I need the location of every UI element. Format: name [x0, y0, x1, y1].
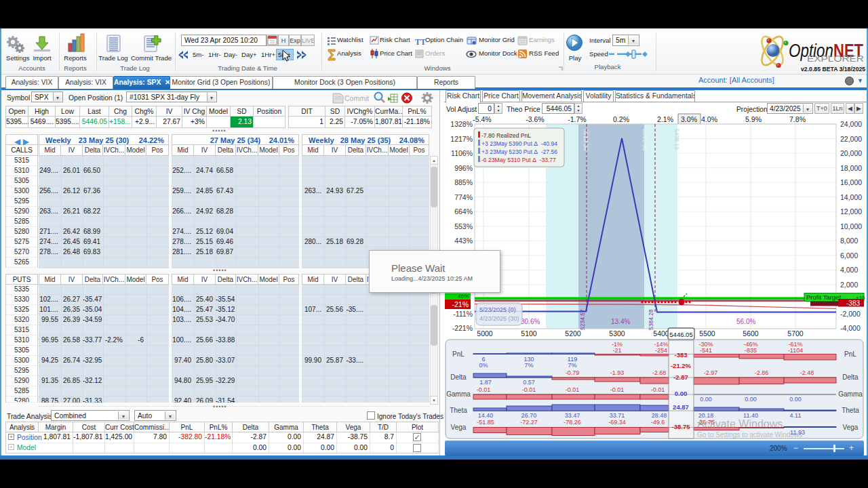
svg-text:443%: 443% — [454, 237, 473, 245]
svg-text:996%: 996% — [454, 164, 473, 172]
svg-text:PnL: PnL — [452, 350, 465, 358]
svg-text:-5.4%: -5.4% — [473, 115, 491, 123]
svg-text:7.8%: 7.8% — [789, 115, 806, 123]
svg-text:33.47: 33.47 — [565, 412, 580, 419]
svg-text:774%: 774% — [454, 193, 473, 201]
svg-text:5213.54: 5213.54 — [583, 129, 589, 151]
svg-text:14,000: 14,000 — [840, 193, 862, 201]
svg-text:5200: 5200 — [565, 329, 581, 338]
svg-text:0.00: 0.00 — [789, 396, 802, 403]
svg-text:5.9%: 5.9% — [745, 115, 762, 123]
svg-text:-1.93: -1.93 — [610, 369, 625, 376]
svg-text:12,000: 12,000 — [840, 207, 862, 216]
svg-text:5000: 5000 — [477, 329, 493, 338]
svg-text:-7.80 Realized PnL: -7.80 Realized PnL — [481, 132, 531, 139]
svg-text:56.0%: 56.0% — [736, 318, 755, 325]
svg-text:26.70: 26.70 — [521, 412, 537, 419]
svg-text:-2,000: -2,000 — [840, 310, 861, 318]
svg-text:46%: 46% — [458, 293, 469, 300]
svg-text:-1.7%: -1.7% — [568, 115, 586, 123]
svg-text:Theta: Theta — [842, 407, 859, 414]
svg-text:-0.01: -0.01 — [566, 386, 580, 393]
svg-text:-21%: -21% — [452, 300, 469, 308]
svg-text:7%: 7% — [568, 362, 576, 369]
svg-text:-6 23May 5310 Put Δ -33.77: -6 23May 5310 Put Δ -33.77 — [481, 157, 556, 163]
svg-text:16,000: 16,000 — [840, 178, 862, 186]
svg-text:-2.86: -2.86 — [755, 369, 769, 376]
svg-text:24.87: 24.87 — [673, 403, 689, 411]
svg-text:-0.01: -0.01 — [610, 386, 625, 393]
svg-text:-69.34: -69.34 — [608, 419, 626, 426]
svg-text:13.4%: 13.4% — [611, 318, 630, 325]
svg-text:5361.98: 5361.98 — [642, 129, 648, 151]
svg-text:-72.27: -72.27 — [520, 419, 538, 426]
svg-text:28.48: 28.48 — [652, 412, 667, 419]
svg-text:4.0%: 4.0% — [701, 115, 717, 123]
svg-text:5438.19: 5438.19 — [673, 129, 680, 150]
svg-text:22,000: 22,000 — [840, 135, 862, 143]
svg-text:0%: 0% — [479, 362, 488, 369]
svg-text:664%: 664% — [454, 207, 473, 216]
svg-text:-541: -541 — [700, 347, 712, 354]
svg-text:0.00: 0.00 — [700, 396, 712, 403]
svg-text:5100: 5100 — [521, 329, 537, 338]
svg-text:Gamma: Gamma — [838, 390, 863, 398]
svg-text:10,000: 10,000 — [840, 222, 862, 230]
svg-text:5500: 5500 — [699, 329, 715, 338]
svg-text:5700: 5700 — [787, 329, 804, 338]
svg-text:5234.57: 5234.57 — [579, 309, 586, 330]
svg-text:Delta: Delta — [842, 373, 859, 381]
svg-text:+3 23May 5230 Put Δ -27.56: +3 23May 5230 Put Δ -27.56 — [481, 148, 557, 155]
svg-text:-111%: -111% — [453, 310, 473, 318]
svg-text:5400: 5400 — [653, 329, 669, 338]
svg-text:-0.01: -0.01 — [651, 386, 665, 393]
svg-text:Delta: Delta — [450, 373, 467, 381]
svg-text:-835: -835 — [745, 347, 757, 354]
svg-text:-254: -254 — [655, 347, 667, 354]
svg-text:20,000: 20,000 — [840, 149, 862, 157]
svg-text:5300: 5300 — [609, 329, 625, 338]
svg-text:EXPLORER: EXPLORER — [807, 54, 864, 64]
svg-text:1.87: 1.87 — [479, 379, 492, 386]
svg-text:-1104: -1104 — [788, 347, 803, 354]
svg-text:2,000: 2,000 — [840, 281, 858, 289]
svg-text:885%: 885% — [454, 178, 473, 186]
svg-text:-0.01: -0.01 — [522, 386, 536, 393]
svg-text:3.0%: 3.0% — [681, 115, 697, 123]
svg-text:8,000: 8,000 — [840, 237, 858, 245]
svg-text:0.00: 0.00 — [745, 396, 757, 403]
svg-text:-49.6: -49.6 — [651, 419, 665, 426]
svg-text:1106%: 1106% — [451, 149, 473, 157]
svg-text:Theta: Theta — [450, 407, 467, 414]
svg-text:0.00: 0.00 — [675, 390, 688, 397]
svg-text:0.2%: 0.2% — [613, 115, 629, 123]
svg-text:4.11: 4.11 — [790, 412, 802, 419]
svg-text:-51.85: -51.85 — [477, 419, 494, 426]
svg-text:-383: -383 — [846, 300, 860, 307]
svg-text:-4,000: -4,000 — [840, 324, 861, 332]
svg-text:30.6%: 30.6% — [521, 318, 540, 325]
svg-text:5600: 5600 — [743, 329, 759, 338]
svg-text:18,000: 18,000 — [840, 164, 862, 172]
svg-text:-2.97: -2.97 — [704, 369, 718, 376]
svg-text:PnL: PnL — [844, 350, 856, 358]
svg-text:-38.75: -38.75 — [672, 423, 691, 430]
svg-text:Gamma: Gamma — [446, 390, 471, 398]
svg-text:24,000: 24,000 — [840, 120, 862, 128]
svg-text:+3 23May 5390 Put Δ -40.94: +3 23May 5390 Put Δ -40.94 — [481, 140, 557, 147]
svg-text:-3.6%: -3.6% — [526, 115, 544, 123]
svg-text:Profit Target: Profit Target — [806, 293, 841, 301]
svg-text:5384.28: 5384.28 — [648, 309, 654, 330]
svg-text:5/23/2025 (0): 5/23/2025 (0) — [479, 306, 516, 313]
svg-text:5446.05: 5446.05 — [669, 331, 692, 338]
svg-text:-21: -21 — [612, 347, 621, 354]
svg-text:7%: 7% — [524, 362, 533, 369]
svg-text:-221%: -221% — [452, 324, 473, 332]
svg-text:-2.87: -2.87 — [673, 373, 688, 381]
svg-text:-0.01: -0.01 — [477, 386, 491, 393]
svg-text:-2.68: -2.68 — [652, 369, 667, 376]
svg-text:Vega: Vega — [843, 424, 859, 431]
svg-text:0.57: 0.57 — [523, 379, 535, 386]
svg-text:2.1%: 2.1% — [657, 115, 673, 123]
svg-text:553%: 553% — [454, 222, 473, 230]
